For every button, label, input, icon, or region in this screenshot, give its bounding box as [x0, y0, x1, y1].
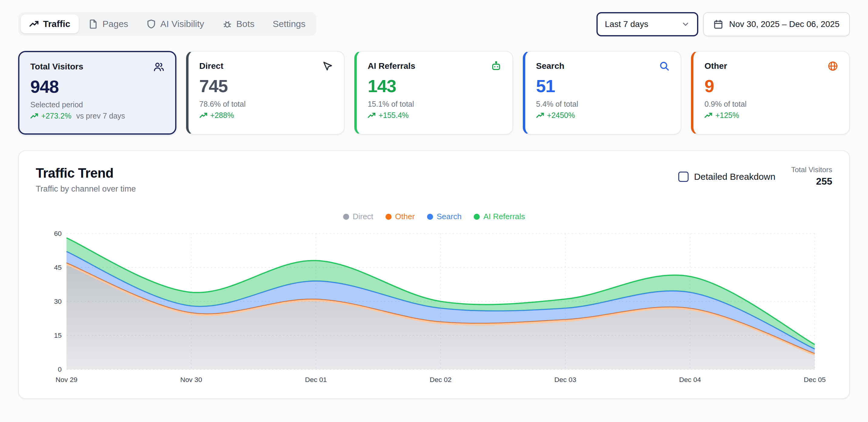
tab-ai-visibility[interactable]: AI Visibility — [138, 14, 213, 33]
robot-icon — [491, 61, 502, 71]
card-change-value: +273.2% — [41, 112, 71, 120]
card-change: +273.2% vs prev 7 days — [30, 112, 164, 120]
traffic-trend-panel: Traffic Trend Traffic by channel over ti… — [18, 150, 850, 399]
top-bar: Traffic Pages AI Visibility Bots — [0, 0, 868, 36]
card-title: Direct — [199, 61, 223, 71]
legend-dot — [474, 214, 480, 220]
detailed-breakdown-label: Detailed Breakdown — [694, 172, 776, 182]
stat-cards-row: Total Visitors 948 Selected period +273.… — [0, 36, 868, 134]
period-select[interactable]: Last 7 days — [596, 12, 698, 36]
svg-text:Nov 30: Nov 30 — [180, 375, 202, 384]
date-range-label: Nov 30, 2025 – Dec 06, 2025 — [729, 20, 839, 29]
tab-pages[interactable]: Pages — [80, 14, 137, 33]
total-visitors-value: 255 — [791, 176, 832, 187]
svg-text:Dec 03: Dec 03 — [554, 375, 576, 384]
trend-subtitle: Traffic by channel over time — [36, 184, 136, 194]
header-controls: Last 7 days Nov 30, 2025 – Dec 06, 2025 — [596, 12, 850, 36]
card-change: +288% — [199, 111, 333, 120]
card-change: +125% — [704, 111, 838, 120]
legend-dot — [343, 214, 349, 220]
total-visitors-summary: Total Visitors 255 — [791, 165, 832, 187]
detailed-breakdown-toggle[interactable]: Detailed Breakdown — [678, 172, 776, 182]
legend-dot — [427, 214, 433, 220]
card-subtitle: 0.9% of total — [704, 100, 838, 109]
search-icon — [659, 61, 670, 71]
total-visitors-label: Total Visitors — [791, 165, 832, 174]
stacked-area-chart: 015304560Nov 29Nov 30Dec 01Dec 02Dec 03D… — [36, 229, 832, 385]
svg-text:Dec 05: Dec 05 — [804, 375, 826, 384]
tab-label: Traffic — [43, 19, 70, 29]
card-value: 51 — [536, 76, 670, 96]
card-subtitle: Selected period — [30, 100, 164, 109]
card-change-value: +155.4% — [378, 111, 408, 120]
svg-text:Nov 29: Nov 29 — [56, 375, 77, 384]
svg-text:30: 30 — [54, 297, 62, 305]
stat-card-ai-referrals[interactable]: AI Referrals 143 15.1% of total +155.4% — [354, 51, 513, 134]
card-subtitle: 5.4% of total — [536, 100, 670, 109]
tab-bots[interactable]: Bots — [214, 14, 263, 33]
trend-arrow-icon — [704, 112, 712, 119]
shield-icon — [146, 19, 156, 29]
card-value: 143 — [368, 76, 502, 96]
legend-label: AI Referrals — [484, 212, 525, 221]
trend-arrow-icon — [30, 112, 38, 120]
svg-text:15: 15 — [54, 331, 62, 339]
trending-up-icon — [29, 19, 39, 29]
card-title: Other — [704, 61, 727, 71]
calendar-icon — [713, 20, 723, 29]
detailed-breakdown-checkbox[interactable] — [678, 172, 689, 182]
svg-text:60: 60 — [54, 230, 62, 237]
stat-card-total-visitors[interactable]: Total Visitors 948 Selected period +273.… — [18, 51, 176, 134]
card-change: +155.4% — [368, 111, 502, 120]
trend-arrow-icon — [536, 112, 544, 119]
date-range-button[interactable]: Nov 30, 2025 – Dec 06, 2025 — [703, 12, 850, 36]
analytics-dashboard: Traffic Pages AI Visibility Bots — [0, 0, 868, 422]
legend-item-other[interactable]: Other — [385, 212, 415, 221]
svg-text:Dec 02: Dec 02 — [430, 375, 452, 384]
svg-text:0: 0 — [58, 365, 62, 373]
card-subtitle: 78.6% of total — [199, 100, 333, 109]
legend-dot — [385, 214, 392, 220]
legend-item-direct[interactable]: Direct — [343, 212, 373, 221]
globe-icon — [827, 61, 838, 71]
svg-text:Dec 01: Dec 01 — [305, 375, 327, 384]
tab-label: Pages — [102, 19, 128, 29]
legend-item-ai-referrals[interactable]: AI Referrals — [474, 212, 525, 221]
tab-traffic[interactable]: Traffic — [21, 14, 79, 33]
card-change: +2450% — [536, 111, 670, 120]
chevron-down-icon — [681, 20, 690, 29]
card-value: 948 — [30, 77, 164, 97]
tab-label: AI Visibility — [160, 19, 204, 29]
trend-arrow-icon — [199, 112, 207, 119]
tab-label: Settings — [273, 19, 306, 29]
stat-card-direct[interactable]: Direct 745 78.6% of total +288% — [186, 51, 345, 134]
card-value: 745 — [199, 76, 333, 96]
card-change-value: +125% — [715, 111, 739, 120]
svg-text:45: 45 — [54, 264, 62, 271]
period-select-value: Last 7 days — [605, 20, 648, 29]
trend-arrow-icon — [368, 112, 375, 119]
legend-label: Other — [395, 212, 415, 221]
svg-text:Dec 04: Dec 04 — [679, 375, 701, 384]
tab-label: Bots — [237, 19, 255, 29]
legend-item-search[interactable]: Search — [427, 212, 462, 221]
trend-chart-area: 015304560Nov 29Nov 30Dec 01Dec 02Dec 03D… — [36, 229, 832, 385]
stat-card-other[interactable]: Other 9 0.9% of total +125% — [691, 51, 850, 134]
card-change-value: +2450% — [547, 111, 575, 120]
bug-icon — [222, 19, 232, 29]
legend-label: Direct — [353, 212, 373, 221]
legend-label: Search — [437, 212, 462, 221]
card-change-note: vs prev 7 days — [76, 112, 125, 120]
stat-card-search[interactable]: Search 51 5.4% of total +2450% — [523, 51, 682, 134]
card-title: AI Referrals — [368, 61, 415, 71]
users-icon — [153, 61, 164, 72]
tab-bar: Traffic Pages AI Visibility Bots — [18, 12, 316, 36]
card-title: Total Visitors — [30, 62, 83, 71]
card-title: Search — [536, 61, 564, 71]
file-icon — [89, 19, 98, 29]
tab-settings[interactable]: Settings — [264, 14, 314, 33]
cursor-icon — [322, 61, 333, 71]
chart-legend: Direct Other Search AI Referrals — [36, 212, 832, 221]
card-change-value: +288% — [210, 111, 234, 120]
card-value: 9 — [704, 76, 838, 96]
